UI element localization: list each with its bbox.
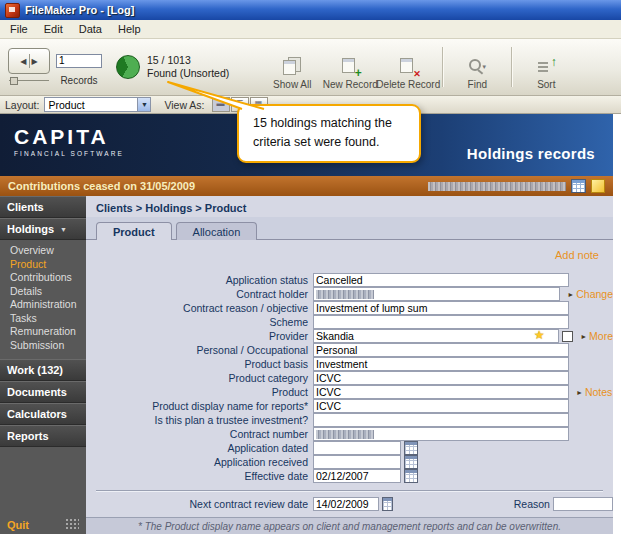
sidebar-item-product[interactable]: Product [0, 258, 86, 272]
sidebar-item-clients[interactable]: Clients [0, 196, 86, 218]
sidebar-item-holdings[interactable]: Holdings ▼ [0, 218, 86, 240]
sidebar-item-administration[interactable]: Administration [0, 298, 86, 312]
field-value: Skandia [316, 330, 354, 342]
calendar-icon[interactable] [404, 441, 418, 455]
contract-reason-objective-field[interactable]: Investment of lump sum [313, 301, 569, 315]
more-link[interactable]: ►More [580, 330, 613, 342]
sidebar-item-submission[interactable]: Submission [0, 339, 86, 353]
tab-product[interactable]: Product [96, 222, 172, 240]
next-contract-review-date-field[interactable]: 14/02/2009 [313, 497, 379, 511]
change-link[interactable]: ►Change [567, 288, 613, 300]
chevron-down-icon[interactable]: ▼ [137, 98, 150, 111]
calendar-icon[interactable] [404, 455, 418, 469]
layout-dropdown[interactable]: Product ▼ [44, 97, 151, 112]
form-row: Effective date02/12/2007 [86, 469, 613, 483]
found-set-pie-icon [116, 55, 140, 79]
sort-label: Sort [537, 79, 555, 90]
toolbar-separator [442, 47, 443, 87]
field-value: Cancelled [316, 274, 363, 286]
record-number-input[interactable]: 1 [56, 54, 102, 68]
found-set-status: 15 / 1013 Found (Unsorted) [147, 54, 229, 80]
sidebar-item-work-132[interactable]: Work (132) [0, 359, 86, 381]
callout-text: 15 holdings matching the criteria set we… [253, 116, 392, 149]
product-display-name-for-reports-field[interactable]: ICVC [313, 399, 569, 413]
review-row: Next contract review date 14/02/2009 Rea… [86, 497, 613, 511]
calendar-icon[interactable] [382, 497, 393, 511]
disclosure-arrow-icon: ► [567, 291, 574, 298]
menu-help[interactable]: Help [110, 21, 149, 37]
field-label: Application dated [86, 442, 313, 454]
contract-holder-field[interactable] [313, 287, 560, 301]
field-label: Product [86, 386, 313, 398]
sidebar-item-remuneration[interactable]: Remuneration [0, 325, 86, 339]
body: Clients Holdings ▼ OverviewProductContri… [0, 196, 613, 534]
contract-number-field[interactable] [313, 427, 569, 441]
field-value: Investment of lump sum [316, 302, 427, 314]
application-dated-field[interactable] [313, 441, 401, 455]
favorite-star-icon[interactable]: ★ [534, 329, 545, 341]
form-row: ProviderSkandia★►More [86, 329, 613, 343]
menu-data[interactable]: Data [71, 21, 110, 37]
sidebar-item-documents[interactable]: Documents [0, 381, 86, 403]
provider-checkbox[interactable] [562, 331, 573, 342]
toolbar-buttons: Show All New Record Delete Record ▼ Find… [263, 44, 575, 90]
menu-file[interactable]: File [2, 21, 36, 37]
callout-bubble: 15 holdings matching the criteria set we… [237, 104, 421, 163]
add-note-link[interactable]: Add note [555, 249, 599, 261]
sidebar-item-tasks[interactable]: Tasks [0, 312, 86, 326]
delete-record-button[interactable]: Delete Record [379, 44, 437, 90]
tab-allocation[interactable]: Allocation [176, 222, 258, 240]
find-button[interactable]: ▼ Find [448, 44, 506, 90]
footnote: * The Product display name appears on cl… [138, 521, 561, 532]
field-label: Effective date [86, 470, 313, 482]
form-row: Product basisInvestment [86, 357, 613, 371]
table-view-icon[interactable] [571, 179, 586, 193]
prev-record-arrow-icon[interactable]: ◀ [20, 57, 26, 66]
effective-date-field[interactable]: 02/12/2007 [313, 469, 401, 483]
product-panel: Add note Application statusCancelledCont… [86, 240, 613, 517]
personal-occupational-field[interactable]: Personal [313, 343, 569, 357]
product-category-field[interactable]: ICVC [313, 371, 569, 385]
sort-button[interactable]: Sort [517, 44, 575, 90]
reason-field[interactable] [553, 497, 613, 511]
capita-logo: CAPITA FINANCIAL SOFTWARE [14, 126, 124, 157]
find-icon: ▼ [467, 58, 487, 75]
scheme-field[interactable] [313, 315, 569, 329]
menu-bar: FileEditDataHelp [0, 20, 621, 39]
form-row: Is this plan a trustee investment? [86, 413, 613, 427]
form-row: Product categoryICVC [86, 371, 613, 385]
application-received-field[interactable] [313, 455, 401, 469]
new-record-button[interactable]: New Record [321, 44, 379, 90]
is-this-plan-a-trustee-investment-field[interactable] [313, 413, 569, 427]
application-status-field[interactable]: Cancelled [313, 273, 569, 287]
sidebar-item-overview[interactable]: Overview [0, 244, 86, 258]
screen: { "window": {"title": "FileMaker Pro - [… [0, 0, 621, 543]
section-divider [96, 490, 603, 491]
calendar-icon[interactable] [404, 469, 418, 483]
record-book-icon[interactable]: ◀ ▶ [8, 48, 50, 74]
notes-link[interactable]: ►Notes [576, 386, 612, 398]
provider-field[interactable]: Skandia★ [313, 329, 559, 343]
menu-edit[interactable]: Edit [36, 21, 71, 37]
delete-record-icon [400, 58, 417, 75]
quit-button[interactable]: Quit [7, 519, 29, 531]
record-slider[interactable] [8, 76, 50, 85]
show-all-label: Show All [273, 79, 311, 90]
product-basis-field[interactable]: Investment [313, 357, 569, 371]
next-record-arrow-icon[interactable]: ▶ [32, 57, 38, 66]
new-record-icon [342, 58, 359, 75]
form-row: ProductICVC►Notes [86, 385, 613, 399]
field-label: Next contract review date [86, 498, 313, 510]
sidebar-item-calculators[interactable]: Calculators [0, 403, 86, 425]
sidebar-item-details[interactable]: Details [0, 285, 86, 299]
product-form: Application statusCancelledContract hold… [86, 273, 613, 483]
sort-icon [537, 58, 556, 75]
sticky-note-icon[interactable] [591, 179, 605, 193]
field-label: Application status [86, 274, 313, 286]
layout-label: Layout: [5, 99, 39, 111]
redacted-client-name [428, 182, 566, 191]
product-field[interactable]: ICVC [313, 385, 569, 399]
sidebar-item-reports[interactable]: Reports [0, 425, 86, 447]
sidebar-item-contributions[interactable]: Contributions [0, 271, 86, 285]
field-value: Investment [316, 358, 367, 370]
